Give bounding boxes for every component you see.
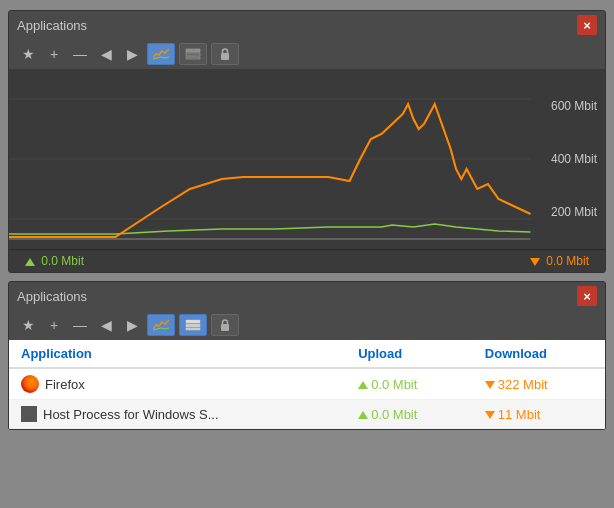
lock-button-2[interactable] [211, 314, 239, 336]
chart-panel-header: Applications × [9, 11, 605, 39]
table-panel-header: Applications × [9, 282, 605, 310]
table-view-button[interactable] [179, 43, 207, 65]
table-toolbar: ★ + — ◀ ▶ [9, 310, 605, 340]
chart-toolbar: ★ + — ◀ ▶ [9, 39, 605, 69]
download-arrow-icon [485, 381, 495, 389]
col-application: Application [9, 340, 346, 368]
chart-footer: 0.0 Mbit 0.0 Mbit [9, 249, 605, 272]
table-panel-title: Applications [17, 289, 87, 304]
download-value-0: 322 Mbit [473, 368, 605, 400]
table-panel-close[interactable]: × [577, 286, 597, 306]
applications-table-area: Application Upload Download Firefox0.0 M… [9, 340, 605, 429]
svg-rect-9 [186, 324, 200, 327]
svg-rect-1 [186, 53, 200, 56]
label-200mbit: 200 Mbit [551, 205, 597, 219]
app-name-cell-1: Host Process for Windows S... [9, 400, 346, 429]
back-button-2[interactable]: ◀ [95, 314, 117, 336]
chart-panel: Applications × ★ + — ◀ ▶ [8, 10, 606, 273]
label-400mbit: 400 Mbit [551, 152, 597, 166]
upload-value-1: 0.0 Mbit [346, 400, 473, 429]
download-value: 0.0 Mbit [546, 254, 589, 268]
minus-button-2[interactable]: — [69, 314, 91, 336]
star-button[interactable]: ★ [17, 43, 39, 65]
bandwidth-chart: 600 Mbit 400 Mbit 200 Mbit [9, 69, 605, 249]
upload-stat: 0.0 Mbit [25, 254, 84, 268]
table-header-row: Application Upload Download [9, 340, 605, 368]
col-upload: Upload [346, 340, 473, 368]
chart-panel-close[interactable]: × [577, 15, 597, 35]
chart-view-button[interactable] [147, 43, 175, 65]
svg-rect-0 [186, 49, 200, 52]
back-button[interactable]: ◀ [95, 43, 117, 65]
upload-value: 0.0 Mbit [41, 254, 84, 268]
app-name-cell-0: Firefox [9, 368, 346, 400]
firefox-icon [21, 375, 39, 393]
svg-rect-10 [186, 328, 200, 330]
download-value-1: 11 Mbit [473, 400, 605, 429]
upload-arrow-icon [358, 381, 368, 389]
table-row: Firefox0.0 Mbit322 Mbit [9, 368, 605, 400]
applications-table: Application Upload Download Firefox0.0 M… [9, 340, 605, 429]
svg-rect-8 [186, 320, 200, 323]
forward-button[interactable]: ▶ [121, 43, 143, 65]
upload-value-0: 0.0 Mbit [346, 368, 473, 400]
add-button[interactable]: + [43, 43, 65, 65]
table-panel: Applications × ★ + — ◀ ▶ [8, 281, 606, 430]
chart-svg [9, 69, 605, 249]
table-row: Host Process for Windows S...0.0 Mbit11 … [9, 400, 605, 429]
download-stat: 0.0 Mbit [530, 254, 589, 268]
download-arrow-icon [485, 411, 495, 419]
add-button-2[interactable]: + [43, 314, 65, 336]
svg-rect-2 [186, 57, 200, 59]
star-button-2[interactable]: ★ [17, 314, 39, 336]
forward-button-2[interactable]: ▶ [121, 314, 143, 336]
upload-arrow-icon [25, 258, 35, 266]
app-name-text: Host Process for Windows S... [43, 407, 219, 422]
chart-view-button-2[interactable] [147, 314, 175, 336]
download-arrow-icon [530, 258, 540, 266]
lock-button[interactable] [211, 43, 239, 65]
table-view-button-2[interactable] [179, 314, 207, 336]
svg-rect-3 [221, 53, 229, 60]
app-name-text: Firefox [45, 377, 85, 392]
chart-panel-title: Applications [17, 18, 87, 33]
upload-arrow-icon [358, 411, 368, 419]
svg-rect-11 [221, 324, 229, 331]
label-600mbit: 600 Mbit [551, 99, 597, 113]
app-name-wrapper-0: Firefox [21, 375, 334, 393]
chart-labels: 600 Mbit 400 Mbit 200 Mbit [551, 69, 597, 249]
process-icon [21, 406, 37, 422]
minus-button[interactable]: — [69, 43, 91, 65]
col-download: Download [473, 340, 605, 368]
app-name-wrapper-1: Host Process for Windows S... [21, 406, 334, 422]
